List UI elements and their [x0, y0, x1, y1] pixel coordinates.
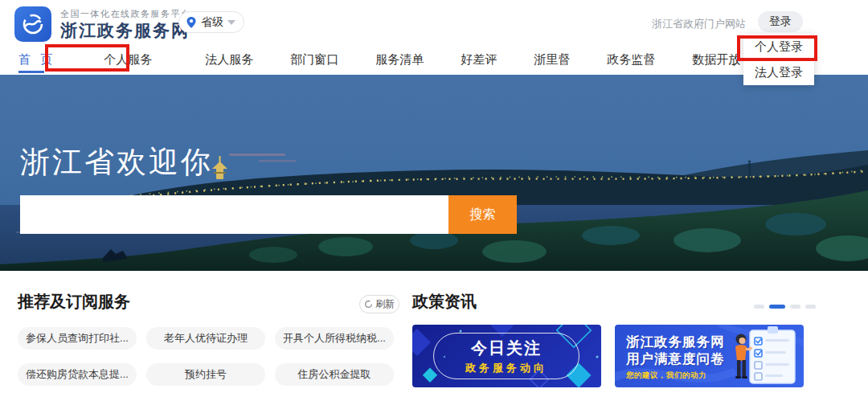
- nav-item-zhelidu[interactable]: 浙里督: [527, 45, 576, 75]
- carousel-dots: [754, 305, 816, 309]
- login-dropdown: 个人登录 法人登录: [743, 34, 814, 85]
- search-bar: 搜索: [20, 195, 517, 234]
- hero-title: 浙江省欢迎你: [20, 142, 213, 182]
- service-pill[interactable]: 老年人优待证办理: [146, 327, 265, 350]
- nav-item-service-list[interactable]: 服务清单: [369, 45, 430, 75]
- service-pill[interactable]: 住房公积金提取: [275, 363, 394, 386]
- site-tagline: 全国一体化在线政务服务平台: [60, 8, 191, 20]
- person-figure: [735, 334, 751, 379]
- search-button[interactable]: 搜索: [448, 195, 517, 234]
- news-banner-satisfaction-survey[interactable]: 浙江政务服务网 用户满意度问卷 您的建议，我们的动力: [615, 325, 804, 387]
- service-pill[interactable]: 预约挂号: [146, 363, 265, 386]
- region-selector-label: 省级: [201, 15, 223, 30]
- region-selector[interactable]: 省级: [178, 11, 244, 33]
- carousel-dot[interactable]: [790, 305, 800, 309]
- clipboard-icon: [750, 326, 795, 383]
- nav-item-department-window[interactable]: 部门窗口: [284, 45, 345, 75]
- login-button[interactable]: 登录: [758, 11, 803, 32]
- nav-item-open-data[interactable]: 数据开放: [686, 45, 747, 75]
- page: 全国一体化在线政务服务平台 浙江政务服务网 省级 浙江省政府门户网站 登录 首 …: [0, 0, 868, 397]
- main-nav: 首 页 个人服务 法人服务 部门窗口 服务清单 好差评 浙里督 政务监督 数据开…: [0, 45, 868, 75]
- service-pill[interactable]: 开具个人所得税纳税...: [275, 327, 394, 350]
- nav-item-rating[interactable]: 好差评: [454, 45, 503, 75]
- nav-item-legal-services[interactable]: 法人服务: [199, 45, 260, 75]
- banner-title: 浙江政务服务网: [626, 334, 725, 350]
- recommend-section-title: 推荐及订阅服务: [18, 291, 130, 313]
- header: 全国一体化在线政务服务平台 浙江政务服务网 省级 浙江省政府门户网站 登录: [0, 0, 868, 45]
- menu-item-legal-login[interactable]: 法人登录: [743, 59, 814, 85]
- carousel-dot[interactable]: [754, 305, 764, 309]
- news-section-title: 政策资讯: [412, 291, 477, 313]
- chevron-down-icon: [227, 20, 235, 25]
- site-logo-icon: [14, 6, 51, 42]
- nav-item-home[interactable]: 首 页: [12, 45, 62, 75]
- carousel-dot-active[interactable]: [769, 305, 785, 309]
- refresh-label: 刷新: [375, 297, 395, 311]
- news-banner-today-focus[interactable]: 今日关注 政务服务动向: [412, 325, 601, 387]
- today-focus-frame: 今日关注 政务服务动向: [433, 333, 579, 379]
- menu-item-personal-login[interactable]: 个人登录: [743, 34, 814, 59]
- banner-title: 今日关注: [471, 338, 542, 359]
- site-title: 浙江政务服务网: [60, 19, 190, 42]
- refresh-button[interactable]: 刷新: [359, 295, 399, 313]
- hero-banner: 浙江省欢迎你 搜索: [0, 75, 868, 271]
- banner-slogan: 您的建议，我们的动力: [626, 370, 725, 381]
- carousel-dot[interactable]: [805, 305, 816, 309]
- refresh-icon: [364, 300, 373, 309]
- service-pill[interactable]: 参保人员查询打印社...: [18, 327, 137, 350]
- banner-subtitle: 用户满意度问卷: [626, 350, 725, 367]
- nav-item-personal-services[interactable]: 个人服务: [86, 45, 170, 75]
- service-pill[interactable]: 偿还购房贷款本息提...: [18, 363, 137, 386]
- location-pin-icon: [186, 16, 197, 29]
- search-input[interactable]: [20, 195, 448, 234]
- banner-subtitle: 政务服务动向: [465, 361, 547, 375]
- portal-link[interactable]: 浙江省政府门户网站: [652, 17, 746, 31]
- nav-item-gov-supervision[interactable]: 政务监督: [600, 45, 661, 75]
